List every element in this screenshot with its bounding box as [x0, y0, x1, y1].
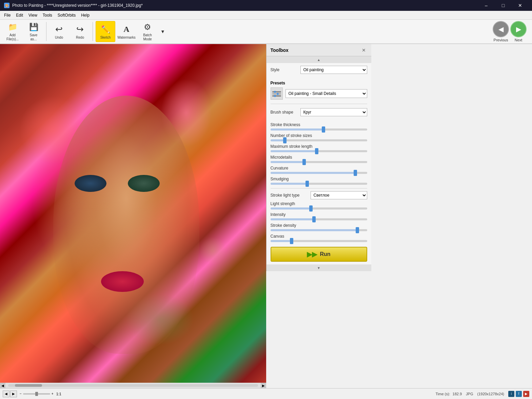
brush-shape-row: Brush shape Круг: [271, 108, 367, 116]
intensity-label: Intensity: [271, 212, 367, 217]
intensity-thumb[interactable]: [312, 216, 316, 222]
style-label: Style: [271, 67, 298, 72]
toolbox-scroll-up-button[interactable]: ▲: [267, 56, 371, 63]
zoom-out-label: −: [20, 392, 22, 396]
redo-button[interactable]: ↪ Redo: [70, 21, 90, 42]
time-value: 182.9: [453, 392, 462, 396]
menu-view[interactable]: View: [26, 12, 40, 19]
status-nav-left[interactable]: ◀: [3, 391, 9, 397]
stroke-sizes-thumb[interactable]: [283, 137, 287, 143]
microdetails-fill: [271, 161, 304, 163]
add-file-icon: 📁: [7, 22, 18, 33]
watermarks-button[interactable]: A Watermarks: [117, 21, 136, 42]
batch-mode-button[interactable]: ⚙ BatchMode: [138, 21, 157, 42]
curvature-thumb[interactable]: [354, 170, 357, 176]
stroke-light-type-select[interactable]: Светлое: [311, 191, 367, 199]
stroke-thickness-track[interactable]: [271, 128, 367, 131]
menu-edit[interactable]: Edit: [13, 12, 26, 19]
youtube-icon[interactable]: ▶: [523, 391, 529, 397]
stroke-thickness-fill: [271, 128, 324, 131]
toolbox-title: Toolbox: [271, 47, 289, 53]
light-strength-track[interactable]: [271, 207, 367, 210]
maximize-button[interactable]: □: [495, 0, 511, 11]
save-as-label: Saveas...: [30, 33, 38, 41]
microdetails-group: Microdetails: [267, 154, 371, 165]
canvas-scrollbar[interactable]: ◀ ▶: [0, 383, 266, 388]
stroke-thickness-thumb[interactable]: [322, 126, 325, 133]
svg-rect-2: [272, 95, 281, 97]
smudging-thumb[interactable]: [306, 181, 309, 187]
run-button[interactable]: ▶▶ Run: [271, 247, 367, 262]
undo-icon: ↩: [54, 24, 64, 35]
scroll-right-arrow[interactable]: ▶: [261, 383, 266, 388]
intensity-track[interactable]: [271, 218, 367, 220]
stroke-density-thumb[interactable]: [356, 227, 359, 233]
previous-button[interactable]: ◀: [493, 21, 509, 37]
zoom-thumb[interactable]: [35, 392, 38, 396]
stroke-sizes-track[interactable]: [271, 139, 367, 141]
title-bar-left: 🎨 Photo to Painting - ****Unregistered v…: [4, 3, 143, 8]
light-strength-thumb[interactable]: [309, 205, 313, 212]
smudging-label: Smudging: [271, 177, 367, 181]
redo-label: Redo: [76, 36, 84, 39]
menu-help[interactable]: Help: [78, 12, 92, 19]
facebook-icon[interactable]: f: [516, 391, 522, 397]
microdetails-thumb[interactable]: [302, 159, 306, 165]
max-stroke-length-track[interactable]: [271, 150, 367, 152]
microdetails-track[interactable]: [271, 161, 367, 163]
brush-shape-select[interactable]: Круг: [300, 108, 367, 116]
undo-button[interactable]: ↩ Undo: [49, 21, 69, 42]
main-container: ◀ ▶ Toolbox ✕ ▲ Style Oil painting: [0, 44, 532, 388]
presets-section: Presets Oil painting - Small D: [267, 79, 371, 102]
stroke-light-type-row: Stroke light type Светлое: [267, 190, 371, 201]
canvas-label: Canvas: [271, 234, 367, 239]
close-button[interactable]: ✕: [512, 0, 528, 11]
canvas-thumb[interactable]: [290, 238, 293, 244]
dimensions-display: (1920x1278x24): [477, 392, 504, 396]
info-icon[interactable]: i: [508, 391, 514, 397]
nav-labels: Previous Next: [493, 38, 527, 42]
menu-tools[interactable]: Tools: [40, 12, 55, 19]
next-button[interactable]: ▶: [510, 21, 527, 37]
scrollbar-track[interactable]: [8, 384, 258, 387]
scroll-left-arrow[interactable]: ◀: [0, 383, 5, 388]
max-stroke-length-group: Maximum stroke length: [267, 143, 371, 154]
sketch-icon: ✏️: [100, 24, 111, 35]
zoom-track[interactable]: [23, 393, 50, 395]
canvas-track[interactable]: [271, 240, 367, 242]
scrollbar-thumb[interactable]: [15, 384, 42, 387]
canvas-area[interactable]: ◀ ▶: [0, 44, 266, 388]
face-overlay: [53, 96, 199, 354]
toolbar-more-button[interactable]: ▼: [159, 21, 167, 42]
toolbox-scroll-down-button[interactable]: ▼: [267, 264, 371, 271]
status-bar: ◀ ▶ − + 1:1 Time (s): 182.9 JPG (1920x12…: [0, 388, 532, 399]
status-nav-right[interactable]: ▶: [10, 391, 17, 397]
minimize-button[interactable]: –: [478, 0, 494, 11]
stroke-density-group: Stroke density: [267, 222, 371, 233]
toolbar-divider-1: [46, 22, 46, 41]
stroke-density-track[interactable]: [271, 229, 367, 231]
stroke-density-fill: [271, 229, 358, 231]
undo-label: Undo: [55, 36, 63, 39]
run-button-area: ▶▶ Run: [267, 244, 371, 264]
canvas-group: Canvas: [267, 233, 371, 244]
toolbar-nav-section: ◀ ▶ Previous Next: [493, 21, 529, 42]
curvature-track[interactable]: [271, 172, 367, 174]
stroke-thickness-group: Stroke thickness: [267, 122, 371, 133]
stroke-sizes-fill: [271, 139, 285, 141]
svg-rect-0: [272, 91, 281, 93]
menu-file[interactable]: File: [1, 12, 13, 19]
divider-2: [271, 188, 367, 188]
sketch-button[interactable]: ✏️ Sketch: [96, 21, 115, 42]
style-select[interactable]: Oil painting: [300, 66, 367, 74]
toolbox-close-button[interactable]: ✕: [360, 47, 367, 54]
toolbox-wrapper: Toolbox ✕ ▲ Style Oil painting Presets: [266, 44, 532, 388]
save-as-button[interactable]: 💾 Saveas...: [24, 21, 43, 42]
presets-select[interactable]: Oil painting - Small Details: [285, 89, 367, 98]
add-file-button[interactable]: 📁 AddFile(s)...: [3, 21, 22, 42]
intensity-group: Intensity: [267, 212, 371, 222]
smudging-track[interactable]: [271, 183, 367, 185]
menu-softorbits[interactable]: SoftOrbits: [55, 12, 78, 19]
brush-shape-label: Brush shape: [271, 110, 298, 115]
max-stroke-length-thumb[interactable]: [315, 148, 318, 154]
